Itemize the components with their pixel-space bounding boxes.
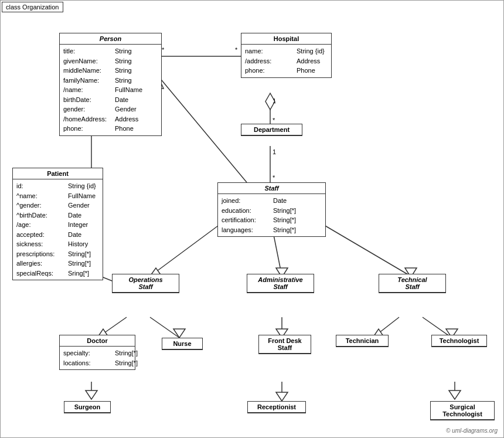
class-technician: Technician [336,335,389,347]
svg-text:*: * [273,117,275,124]
class-front-desk-staff-title: Front DeskStaff [259,335,311,354]
class-doctor-attrs: specialty:String[*] locations:String[*] [60,347,135,369]
svg-marker-36 [276,392,288,401]
svg-text:*: * [273,174,275,181]
svg-marker-4 [265,93,275,110]
class-person-attrs: title:String givenName:String middleName… [60,45,161,135]
class-department: Department [241,124,302,136]
class-front-desk-staff: Front DeskStaff [258,335,311,354]
svg-text:1: 1 [273,97,276,104]
class-patient: Patient id:String {id} ^name:FullName ^g… [12,168,103,280]
class-surgical-technologist: SurgicalTechnologist [430,401,495,420]
watermark: © uml-diagrams.org [446,427,498,434]
class-technologist: Technologist [431,335,487,347]
class-administrative-staff: AdministrativeStaff [247,274,314,293]
class-staff-attrs: joined:Date education:String[*] certific… [218,194,325,236]
class-hospital-attrs: name:String {id} /address:Address phone:… [241,45,331,77]
class-department-title: Department [241,124,302,135]
class-surgeon: Surgeon [64,401,111,413]
svg-text:*: * [162,46,165,53]
class-administrative-staff-title: AdministrativeStaff [247,274,314,293]
class-technical-staff: TechnicalStaff [379,274,446,293]
class-technologist-title: Technologist [432,335,486,347]
class-operations-staff-title: OperationsStaff [113,274,179,293]
class-doctor-title: Doctor [60,335,135,347]
class-hospital-title: Hospital [241,33,331,45]
class-nurse: Nurse [162,338,203,350]
svg-line-12 [159,77,247,182]
class-staff: Staff joined:Date education:String[*] ce… [217,182,326,237]
class-patient-attrs: id:String {id} ^name:FullName ^gender:Ge… [13,179,103,280]
class-technician-title: Technician [336,335,388,347]
class-surgical-technologist-title: SurgicalTechnologist [431,402,494,420]
class-person-title: Person [60,33,161,45]
class-operations-staff: OperationsStaff [112,274,179,293]
svg-text:*: * [235,46,238,53]
svg-marker-38 [449,391,461,399]
class-receptionist-title: Receptionist [248,402,305,413]
class-staff-title: Staff [218,183,325,194]
class-technical-staff-title: TechnicalStaff [379,274,445,293]
diagram-container: class Organization * * 1 * 1 * * * [0,0,504,438]
class-person: Person title:String givenName:String mid… [59,33,162,136]
class-patient-title: Patient [13,168,103,179]
svg-text:1: 1 [273,148,276,155]
class-receptionist: Receptionist [247,401,306,413]
svg-line-25 [150,317,179,338]
svg-marker-26 [173,329,185,338]
diagram-title: class Organization [2,2,63,12]
svg-marker-34 [86,391,97,399]
class-doctor: Doctor specialty:String[*] locations:Str… [59,335,135,370]
class-surgeon-title: Surgeon [64,402,110,413]
svg-line-21 [311,218,411,276]
class-nurse-title: Nurse [162,338,202,349]
class-hospital: Hospital name:String {id} /address:Addre… [241,33,332,78]
